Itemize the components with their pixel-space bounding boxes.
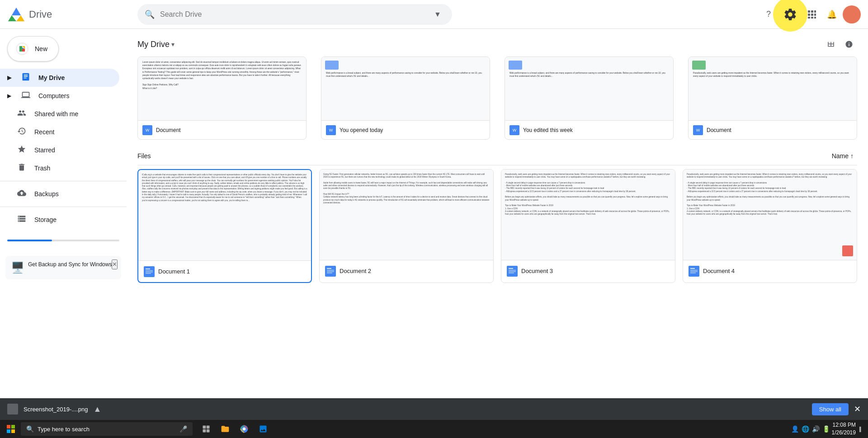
svg-rect-37 xyxy=(690,271,698,272)
svg-rect-12 xyxy=(811,17,813,19)
user-avatar[interactable] xyxy=(843,5,861,24)
taskbar-cortana-mic-icon: 🎤 xyxy=(179,425,187,433)
drive-title-arrow: ▾ xyxy=(171,41,175,48)
suggested-card-3-content: Web performance is a broad subject, and … xyxy=(509,71,669,78)
files-section-title: Files xyxy=(137,152,151,160)
show-all-button[interactable]: Show all xyxy=(812,403,849,415)
settings-annotation-arrow xyxy=(756,0,810,4)
file-4-accent xyxy=(842,245,853,256)
suggested-card-3[interactable]: Web performance is a broad subject, and … xyxy=(505,57,674,140)
suggested-card-4-label: Document xyxy=(707,127,731,133)
search-dropdown-arrow[interactable]: ▼ xyxy=(430,7,445,22)
suggested-card-4-thumb: Paradoxically, web users are getting mor… xyxy=(689,57,857,120)
sync-banner-close[interactable]: × xyxy=(112,259,118,269)
svg-marker-16 xyxy=(19,46,22,52)
taskbar-date-display: 1/26/2019 xyxy=(832,429,856,437)
file-card-4-content: Paradoxically, web users are getting mor… xyxy=(687,173,853,216)
taskbar: 🔍 Type here to search 🎤 xyxy=(0,420,868,438)
sidebar-divider-1 xyxy=(0,181,127,181)
info-button[interactable] xyxy=(841,36,857,52)
file-card-1-content: ICalls.org is a website that encourages … xyxy=(142,174,307,202)
sidebar-item-trash[interactable]: Trash xyxy=(0,159,119,177)
taskbar-show-desktop[interactable]: ▌ xyxy=(859,427,863,432)
suggested-card-3-footer: W You edited this week xyxy=(505,120,673,139)
sidebar-item-recent[interactable]: Recent xyxy=(0,123,119,141)
svg-rect-11 xyxy=(808,17,810,19)
help-button[interactable]: ? xyxy=(760,5,778,24)
new-plus-icon xyxy=(15,42,29,56)
suggested-card-2[interactable]: Web performance is a broad subject, and … xyxy=(321,57,490,140)
svg-rect-28 xyxy=(327,273,332,273)
suggested-card-4-content: Paradoxically, web users are getting mor… xyxy=(693,71,852,78)
suggested-card-1-label: Document xyxy=(156,127,181,133)
taskbar-photos[interactable] xyxy=(254,420,272,438)
suggested-card-1[interactable]: Lorem ipsum dolor sit amet, consectetur … xyxy=(137,57,307,140)
grid-view-button[interactable] xyxy=(823,36,839,52)
file-card-1[interactable]: ICalls.org is a website that encourages … xyxy=(137,169,312,283)
suggested-section: Lorem ipsum dolor sit amet, consectetur … xyxy=(127,57,868,147)
doc-icon-2: W xyxy=(326,125,336,135)
suggested-card-3-edited-label: You edited this week xyxy=(523,127,573,133)
files-grid: ICalls.org is a website that encourages … xyxy=(137,169,857,290)
svg-rect-20 xyxy=(146,268,150,269)
taskbar-task-view[interactable] xyxy=(197,420,215,438)
download-bar-close-button[interactable]: ✕ xyxy=(854,404,861,414)
sidebar-item-starred[interactable]: Starred xyxy=(0,141,119,159)
download-file-icon xyxy=(7,404,18,414)
taskbar-time-display: 12:08 PM xyxy=(832,421,856,429)
suggested-card-2-opened-label: You opened today xyxy=(340,127,383,133)
svg-marker-18 xyxy=(22,49,25,52)
svg-rect-23 xyxy=(146,273,151,274)
file-card-3-content: Paradoxically, web users are getting mor… xyxy=(505,173,671,216)
svg-rect-33 xyxy=(509,273,514,273)
taskbar-system-icons: 👤 🌐 🔊 🔋 xyxy=(791,425,830,433)
drive-breadcrumb[interactable]: My Drive ▾ xyxy=(137,40,175,49)
svg-rect-8 xyxy=(808,14,810,16)
new-button[interactable]: New xyxy=(7,36,59,61)
taskbar-microphone-icon: 🔍 xyxy=(26,425,34,433)
sidebar-item-recent-label: Recent xyxy=(34,128,54,136)
taskbar-search-box[interactable]: 🔍 Type here to search 🎤 xyxy=(21,422,193,436)
view-icons xyxy=(823,36,857,52)
file-card-2-thumb: Going 5G Faster: First-generation cellul… xyxy=(320,170,493,260)
notifications-button[interactable]: 🔔 xyxy=(823,5,841,24)
suggested-card-4[interactable]: Paradoxically, web users are getting mor… xyxy=(688,57,857,140)
taskbar-clock[interactable]: 12:08 PM 1/26/2019 xyxy=(832,421,856,437)
file-card-3[interactable]: Paradoxically, web users are getting mor… xyxy=(501,169,675,283)
thumb-accent-blue xyxy=(325,61,339,70)
taskbar-chrome[interactable] xyxy=(235,420,253,438)
file-card-1-thumb: ICalls.org is a website that encourages … xyxy=(138,170,311,260)
search-icon: 🔍 xyxy=(145,9,155,19)
svg-rect-21 xyxy=(146,270,153,271)
sidebar-item-computers[interactable]: ▶ Computers xyxy=(0,87,119,105)
sync-banner-text: Get Backup and Sync for Windows xyxy=(28,261,112,268)
starred-icon xyxy=(16,145,27,156)
settings-button[interactable] xyxy=(779,4,801,25)
taskbar-file-explorer[interactable] xyxy=(216,420,234,438)
svg-rect-40 xyxy=(11,425,15,429)
sidebar-item-backups[interactable]: Backups xyxy=(0,185,119,203)
search-bar[interactable]: 🔍 ▼ xyxy=(137,4,452,25)
svg-rect-38 xyxy=(690,273,696,273)
sidebar-item-my-drive[interactable]: ▶ My Drive xyxy=(0,69,119,87)
file-card-1-icon xyxy=(144,266,155,277)
sync-computer-icon: 🖥️ xyxy=(11,261,24,274)
file-card-1-footer: Document 1 xyxy=(138,260,311,282)
start-button[interactable] xyxy=(2,420,20,438)
google-apps-button[interactable] xyxy=(803,5,821,24)
sort-label: Name xyxy=(832,152,849,160)
svg-rect-42 xyxy=(11,429,15,433)
search-input[interactable] xyxy=(160,10,425,19)
svg-marker-1 xyxy=(12,8,21,15)
my-drive-expand-icon: ▶ xyxy=(7,75,11,81)
new-button-label: New xyxy=(35,45,47,52)
download-expand-icon[interactable]: ▲ xyxy=(93,405,101,414)
file-card-4[interactable]: Paradoxically, web users are getting mor… xyxy=(683,169,857,283)
sort-button[interactable]: Name ↑ xyxy=(828,151,857,161)
drive-title-text: My Drive xyxy=(137,40,170,49)
file-card-2[interactable]: Going 5G Faster: First-generation cellul… xyxy=(319,169,494,283)
sidebar-item-storage[interactable]: Storage xyxy=(0,211,119,229)
sidebar-item-starred-label: Starred xyxy=(34,146,55,154)
file-card-4-thumb: Paradoxically, web users are getting mor… xyxy=(683,170,857,260)
sidebar-item-shared-with-me[interactable]: Shared with me xyxy=(0,105,119,123)
